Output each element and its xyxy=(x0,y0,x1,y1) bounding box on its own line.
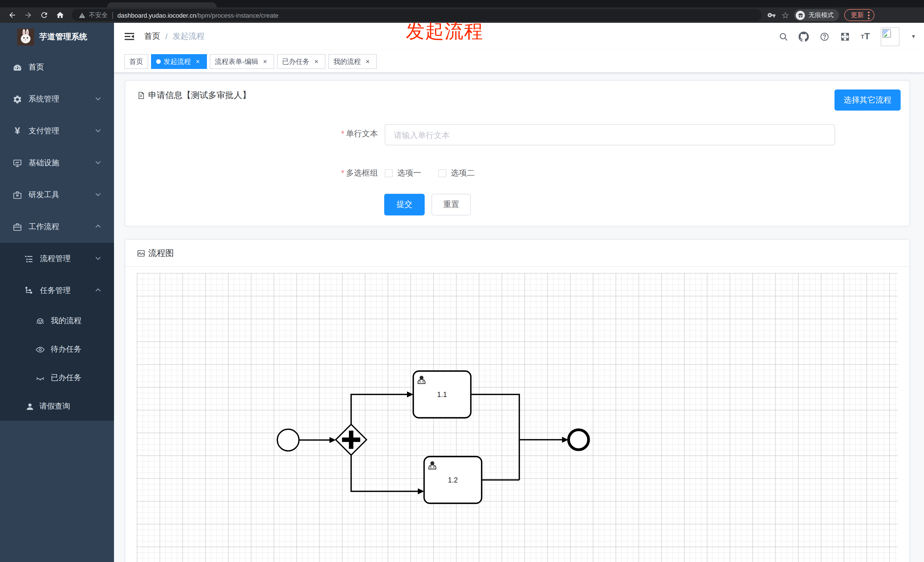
end-event xyxy=(568,430,588,450)
list-icon xyxy=(24,254,34,264)
chevron-down-icon xyxy=(94,191,102,199)
url-host: dashboard.yudao.iocoder.cn xyxy=(117,12,196,18)
kebab-menu-icon[interactable] xyxy=(868,11,870,19)
avatar[interactable] xyxy=(880,27,900,46)
checkbox-icon[interactable] xyxy=(385,169,393,177)
sidebar-item-label: 我的流程 xyxy=(51,316,81,326)
reset-button[interactable]: 重置 xyxy=(432,194,471,216)
close-icon[interactable]: × xyxy=(364,58,372,66)
bpmn-diagram: 1.1 1.2 xyxy=(137,273,899,562)
yen-icon: ¥ xyxy=(12,125,22,137)
sidebar-item-done-tasks[interactable]: 已办任务 xyxy=(0,364,114,392)
key-icon[interactable] xyxy=(766,10,776,20)
help-icon[interactable] xyxy=(819,31,830,42)
gear-icon xyxy=(12,94,22,104)
tab-form-edit[interactable]: 流程表单-编辑 × xyxy=(210,54,274,69)
bookmark-star-icon[interactable]: ☆ xyxy=(782,10,789,20)
search-icon[interactable] xyxy=(778,31,788,42)
breadcrumb-separator: / xyxy=(165,32,168,41)
sidebar-item-todo-tasks[interactable]: 待办任务 xyxy=(0,335,114,364)
avatar-caret-icon[interactable]: ▼ xyxy=(911,34,916,39)
close-icon[interactable]: × xyxy=(261,58,269,66)
bpmn-canvas[interactable]: 1.1 1.2 xyxy=(137,273,898,562)
font-size-icon[interactable]: TT xyxy=(860,31,870,42)
fullscreen-icon[interactable] xyxy=(840,31,850,42)
picture-icon xyxy=(137,249,146,258)
tab-my-process[interactable]: 我的流程 × xyxy=(328,54,377,69)
single-line-text-input[interactable] xyxy=(385,124,835,145)
tab-label: 已办任务 xyxy=(282,57,309,66)
url-path: /bpm/process-instance/create xyxy=(196,12,279,18)
card-title: 流程图 xyxy=(148,248,174,259)
sidebar-item-label: 工作流程 xyxy=(28,222,59,232)
sidebar-item-task-mgmt[interactable]: 任务管理 xyxy=(0,275,114,307)
sidebar-item-process-mgmt[interactable]: 流程管理 xyxy=(0,243,114,275)
back-arrow-icon xyxy=(8,11,16,19)
text-field-label: *单行文本 xyxy=(274,129,378,139)
sidebar-item-devtools[interactable]: 研发工具 xyxy=(0,179,114,211)
apply-info-card: 申请信息【测试多审批人】 选择其它流程 *单行文本 *多选框组 选项一 xyxy=(125,80,910,226)
active-dot xyxy=(156,59,161,64)
sidebar-item-label: 基础设施 xyxy=(28,158,59,168)
forward-button[interactable] xyxy=(22,9,34,21)
sidebar-item-workflow[interactable]: 工作流程 xyxy=(0,211,114,243)
home-icon xyxy=(56,11,64,19)
app-navbar: 首页 / 发起流程 xyxy=(114,23,924,50)
checkbox-option-1[interactable]: 选项一 xyxy=(385,168,421,178)
sidebar-item-my-process[interactable]: 我的流程 xyxy=(0,307,114,335)
tab-start-process[interactable]: 发起流程 × xyxy=(151,54,207,69)
sidebar-item-label: 首页 xyxy=(28,62,44,72)
github-icon[interactable] xyxy=(799,31,809,42)
chevron-down-icon xyxy=(94,159,102,167)
close-icon[interactable]: × xyxy=(194,58,202,66)
task-label: 1.2 xyxy=(448,476,458,484)
sidebar-item-leave-query[interactable]: 请假查询 xyxy=(0,392,114,421)
reload-icon xyxy=(40,11,48,19)
tab-label: 首页 xyxy=(129,57,143,66)
sidebar-item-payment[interactable]: ¥ 支付管理 xyxy=(0,115,114,147)
required-asterisk: * xyxy=(341,168,344,177)
user-task-1-1: 1.1 xyxy=(413,371,471,418)
sidebar-item-label: 流程管理 xyxy=(40,254,70,264)
incognito-badge[interactable]: 无痕模式 xyxy=(794,9,839,21)
toolbox-icon xyxy=(12,190,22,200)
checkbox-icon[interactable] xyxy=(438,169,446,177)
update-button[interactable]: 更新 xyxy=(844,9,875,21)
checkbox-group-label: *多选框组 xyxy=(274,168,378,178)
tab-done-tasks[interactable]: 已办任务 × xyxy=(277,54,326,69)
page-annotation-title: 发起流程 xyxy=(406,19,483,45)
app-logo-row[interactable]: 芋道管理系统 xyxy=(0,23,114,51)
eye-closed-icon xyxy=(35,373,45,383)
tags-view: 首页 发起流程 × 流程表单-编辑 × 已办任务 × 我的流程 × xyxy=(114,50,924,73)
sidebar-item-label: 系统管理 xyxy=(28,94,59,104)
checkbox-option-2[interactable]: 选项二 xyxy=(438,168,475,178)
breadcrumb-home[interactable]: 首页 xyxy=(144,31,160,42)
reload-button[interactable] xyxy=(38,9,50,21)
sidebar-item-label: 任务管理 xyxy=(40,286,70,296)
sidebar-item-label: 已办任务 xyxy=(51,373,81,383)
incognito-label: 无痕模式 xyxy=(808,11,834,19)
parallel-gateway xyxy=(336,424,366,455)
chevron-up-icon xyxy=(94,223,102,231)
close-icon[interactable]: × xyxy=(312,58,320,66)
browser-tab[interactable] xyxy=(107,2,217,7)
tab-home[interactable]: 首页 xyxy=(124,54,148,69)
eye-open-icon xyxy=(35,345,45,354)
sidebar-item-label: 请假查询 xyxy=(39,401,70,412)
chevron-down-icon xyxy=(94,95,102,103)
sidebar-item-home[interactable]: 首页 xyxy=(0,51,114,83)
monitor-icon xyxy=(12,158,22,168)
start-event xyxy=(278,429,299,451)
sidebar-item-infra[interactable]: 基础设施 xyxy=(0,147,114,179)
chevron-down-icon xyxy=(94,255,102,263)
submit-button[interactable]: 提交 xyxy=(384,194,424,216)
home-button[interactable] xyxy=(54,9,66,21)
sidebar-item-system[interactable]: 系统管理 xyxy=(0,83,114,115)
briefcase-icon xyxy=(12,222,22,232)
logo-rabbit-image xyxy=(17,28,34,46)
sidebar-collapse-button[interactable] xyxy=(124,31,135,42)
sidebar-item-label: 待办任务 xyxy=(51,344,81,355)
user-icon xyxy=(25,402,35,411)
back-button[interactable] xyxy=(6,9,18,21)
choose-other-process-button[interactable]: 选择其它流程 xyxy=(834,90,901,111)
